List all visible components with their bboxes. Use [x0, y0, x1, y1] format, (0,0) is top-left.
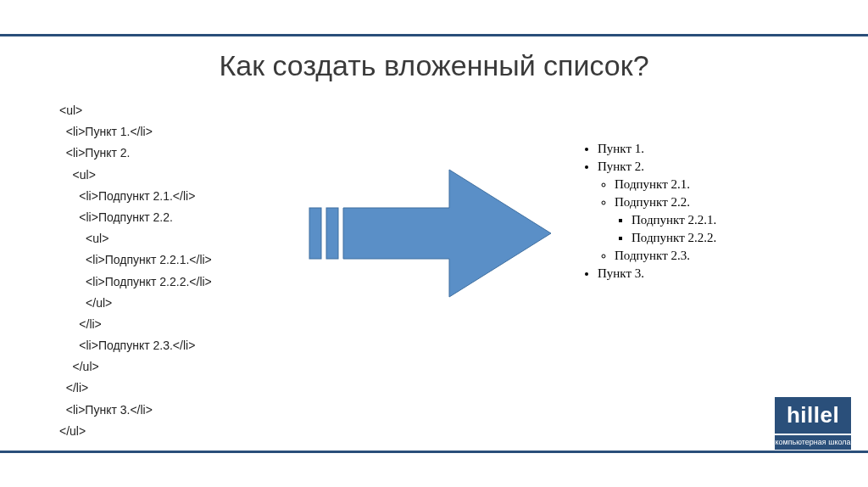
code-line: </ul>: [59, 356, 297, 378]
bottom-rule: [0, 451, 868, 453]
code-line: <li>Подпункт 2.2.2.</li>: [59, 271, 297, 293]
list-item-label: Подпункт 2.2.: [615, 195, 690, 209]
code-line: <ul>: [59, 165, 297, 186]
code-line: </li>: [59, 378, 297, 399]
code-line: <li>Пункт 3.</li>: [59, 400, 297, 421]
page-title: Как создать вложенный список?: [0, 49, 868, 82]
arrow-icon: [305, 161, 559, 305]
list-item: Подпункт 2.2. Подпункт 2.2.1. Подпункт 2…: [615, 193, 716, 247]
list-item: Подпункт 2.3.: [615, 247, 716, 265]
code-line: <li>Подпункт 2.2.: [59, 207, 297, 228]
html-code-block: <ul> <li>Пункт 1.</li> <li>Пункт 2. <ul>…: [59, 100, 297, 442]
list-item-label: Пункт 2.: [598, 160, 644, 173]
list-item: Подпункт 2.2.1.: [632, 211, 716, 229]
logo-brand: hillel: [775, 397, 851, 434]
top-rule: [0, 34, 868, 36]
logo-tagline: компьютерная школа: [775, 435, 851, 450]
code-line: <li>Подпункт 2.3.</li>: [59, 335, 297, 356]
list-item: Подпункт 2.1.: [615, 176, 716, 193]
rendered-list-output: Пункт 1. Пункт 2. Подпункт 2.1. Подпункт…: [581, 140, 716, 283]
list-item: Пункт 2. Подпункт 2.1. Подпункт 2.2. Под…: [598, 158, 716, 265]
svg-rect-1: [326, 208, 338, 259]
list-item: Пункт 1.: [598, 140, 716, 158]
code-line: </ul>: [59, 421, 297, 442]
code-line: <li>Пункт 1.</li>: [59, 121, 297, 143]
code-line: <li>Пункт 2.: [59, 143, 297, 164]
code-line: </ul>: [59, 293, 297, 314]
code-line: </li>: [59, 314, 297, 335]
code-line: <li>Подпункт 2.1.</li>: [59, 186, 297, 207]
code-line: <ul>: [59, 100, 297, 121]
hillel-logo: hillel компьютерная школа: [775, 397, 851, 450]
svg-rect-0: [309, 208, 321, 259]
code-line: <li>Подпункт 2.2.1.</li>: [59, 249, 297, 271]
list-item: Пункт 3.: [598, 265, 716, 283]
list-item: Подпункт 2.2.2.: [632, 229, 716, 247]
code-line: <ul>: [59, 228, 297, 249]
